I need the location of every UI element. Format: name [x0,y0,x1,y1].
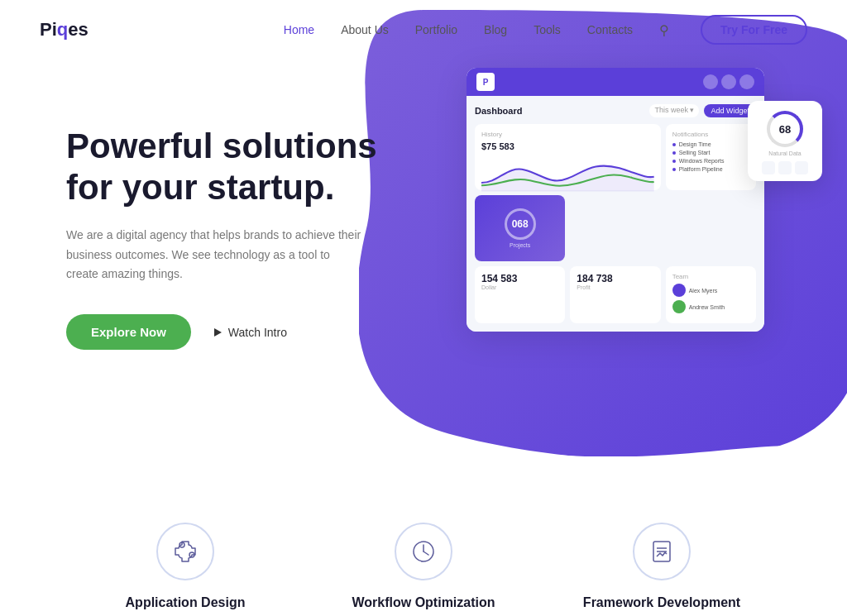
hero-description: We are a digital agency that helps brand… [66,226,364,284]
history-chart [481,151,654,193]
play-icon [214,328,222,337]
clock-icon [409,537,438,566]
notif-dot-3 [672,160,676,163]
notif-item-3: Windows Reports [672,158,749,164]
stat1-value: 154 583 [481,273,558,284]
team-member-2: Andrew Smith [672,300,749,313]
avatar-2 [672,300,686,313]
phone-gauge: 68 [753,111,817,147]
search-icon[interactable]: ⚲ [659,22,674,37]
notif-dot-1 [672,143,676,146]
app-design-icon-wrap [156,523,214,580]
dashboard-logo: P [476,73,495,91]
try-for-free-button[interactable]: Try For Free [701,15,807,45]
gauge-ring: 68 [767,111,803,147]
history-widget: History $75 583 [475,124,661,190]
dashboard-mockup: P Dashboard This week ▾ Add Widget [467,68,822,332]
notif-dot-4 [672,168,676,171]
projects-widget: 068 Projects [475,195,565,261]
framework-title: Framework Development [562,595,761,610]
svg-line-4 [424,552,428,555]
nav-tools[interactable]: Tools [534,23,561,36]
logo: Piqes [40,19,89,41]
team-name-2: Andrew Smith [689,304,725,310]
feature-app-design: Application Design Creating a unique des… [86,523,285,616]
chart-document-icon [647,537,677,566]
stat1-label: Dollar [481,284,558,290]
projects-label: Projects [510,242,530,248]
nav-portfolio[interactable]: Portfolio [415,23,457,36]
framework-icon-wrap [633,523,691,580]
topbar-dot-3 [739,74,754,89]
stat2-value: 184 738 [577,273,653,284]
phone-label: Natural Data [753,150,817,156]
hero-content: Powerful solutions for your startup. We … [0,76,380,350]
bottom-wave [0,423,847,473]
dashboard-header-row: Dashboard This week ▾ Add Widget [475,104,756,117]
team-widget: Team Alex Myers Andrew Smith [666,266,756,323]
nav-blog[interactable]: Blog [484,23,507,36]
dashboard-topbar-dots [703,74,754,89]
phone-icons-row [753,161,817,174]
avatar-1 [672,284,686,297]
workflow-title: Workflow Optimization [324,595,523,610]
phone-icon-1 [762,161,775,174]
phone-icon-2 [778,161,792,174]
projects-value: 068 [505,208,536,240]
notif-item-2: Selling Start [672,150,749,155]
puzzle-icon [170,537,200,566]
dashboard-body: Dashboard This week ▾ Add Widget History… [467,96,764,332]
app-design-title: Application Design [86,595,285,610]
stat2-label: Profit [577,284,653,290]
dashboard-controls: This week ▾ Add Widget [649,104,756,117]
nav-home[interactable]: Home [284,23,314,36]
stat-box-1: 154 583 Dollar [475,266,565,323]
nav-contacts[interactable]: Contacts [587,23,633,36]
phone-icon-3 [795,161,808,174]
gauge-value: 68 [779,123,791,136]
dashboard-grid: History $75 583 Notifications [475,124,756,261]
notif-dot-2 [672,151,676,155]
stats-row: 154 583 Dollar 184 738 Profit Team Alex … [475,266,756,323]
topbar-dot-1 [703,74,718,89]
feature-framework: Framework Development Design and constru… [562,523,761,616]
hero-title: Powerful solutions for your startup. [66,126,380,209]
team-name-1: Alex Myers [689,288,718,294]
history-value: $75 583 [481,141,654,151]
dashboard-title: Dashboard [475,106,522,116]
main-nav: Home About Us Portfolio Blog Tools Conta… [284,15,807,45]
hero-actions: Explore Now Watch Intro [66,314,380,350]
workflow-icon-wrap [395,523,452,580]
notifications-widget: Notifications Design Time Selling Start … [666,124,756,190]
watch-intro-label: Watch Intro [228,326,287,339]
watch-intro-button[interactable]: Watch Intro [214,326,287,339]
date-filter[interactable]: This week ▾ [649,104,699,117]
nav-about[interactable]: About Us [341,23,389,36]
team-member-1: Alex Myers [672,284,749,297]
stat-box-2: 184 738 Profit [570,266,660,323]
phone-mockup: 68 Natural Data [748,101,822,181]
explore-now-button[interactable]: Explore Now [66,314,191,350]
dashboard-topbar: P [467,68,764,96]
feature-workflow: Workflow Optimization The improvement of… [324,523,523,616]
notif-item-1: Design Time [672,141,749,147]
hero-section: Powerful solutions for your startup. We … [0,60,847,473]
features-section: Application Design Creating a unique des… [0,473,847,616]
topbar-dot-2 [721,74,736,89]
notif-item-4: Platform Pipeline [672,166,749,172]
history-label: History [481,131,654,138]
header: Piqes Home About Us Portfolio Blog Tools… [0,0,847,60]
notifications-label: Notifications [672,131,749,138]
dashboard-card: P Dashboard This week ▾ Add Widget [467,68,764,332]
team-title: Team [672,273,749,280]
